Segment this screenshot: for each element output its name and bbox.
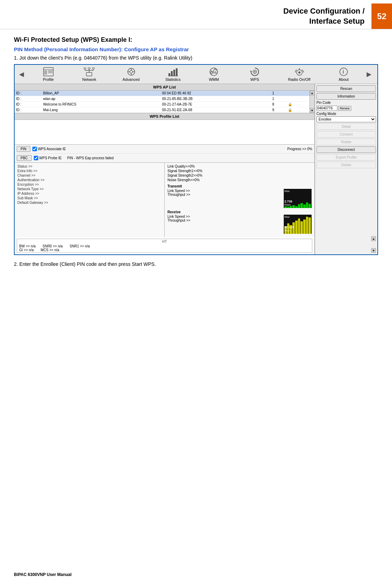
link-quality-label: Link Quality>>0% — [167, 164, 195, 168]
right-scrollbar[interactable]: ▲ ▼ — [316, 236, 376, 253]
renew-button[interactable]: Renew — [338, 106, 351, 111]
svg-text:i: i — [343, 69, 344, 75]
scroll-down-btn[interactable]: ▼ — [310, 108, 315, 113]
cell-extra: 🔒 — [287, 102, 309, 107]
tab-about-label: About — [339, 77, 349, 82]
page-header: Device Configuration / Interface Setup 5… — [0, 0, 392, 29]
right-scroll-track — [371, 241, 376, 248]
cell-mac: 00 04 ED 85 46 92 — [160, 91, 271, 96]
wps-associate-ie-checkbox[interactable]: WPS Associate IE — [32, 147, 66, 151]
cell-name: wlan-ap — [42, 96, 161, 102]
toolbar: ◀ Profile — [15, 65, 377, 84]
config-mode-row: Config Mode Enrollee Registrar — [316, 112, 376, 122]
mask-label: Sub Mask >> — [17, 196, 38, 200]
status-row-net-type: Network Type >> — [17, 187, 162, 191]
cell-auth: 9 — [271, 107, 287, 113]
page-title: Device Configuration / Interface Setup — [283, 3, 371, 29]
wps-probe-ie-checkbox[interactable]: WPS Probe IE — [34, 156, 62, 160]
extra-info-label: Extra Info >> — [17, 169, 37, 173]
tab-about[interactable]: i About — [333, 66, 354, 82]
tab-wmm[interactable]: QoS WMM — [203, 66, 224, 82]
ht-mcs: MCS >> n/a — [41, 248, 59, 252]
table-row[interactable]: ID : Welcome to RFINICS 00-21-27-6A-2B-7… — [15, 102, 309, 107]
bar — [295, 221, 298, 234]
profile-list-area — [15, 120, 314, 144]
step2-text: 2. Enter the Enrollee (Client) PIN code … — [14, 261, 378, 267]
bar — [298, 218, 300, 234]
transmit-throughput: Throughput >> — [167, 193, 282, 197]
ui-screenshot: ◀ Profile — [14, 64, 378, 255]
table-row[interactable]: ID : Billion_AP 00 04 ED 85 46 92 1 — [15, 91, 309, 96]
cell-name: Welcome to RFINICS — [42, 102, 161, 107]
table-row[interactable]: ID : wlan-ap 00-21-85-BE-3B-2B 1 — [15, 96, 309, 102]
transmit-chart-row: Link Speed >> Throughput >> Max — [167, 189, 312, 208]
rotate-button[interactable]: Rotate — [316, 139, 376, 145]
tab-advanced[interactable]: Advanced — [120, 66, 142, 82]
status-row-status: Status >> — [17, 164, 162, 169]
probe-ie-check[interactable] — [34, 156, 38, 160]
nav-forward[interactable]: ▶ — [364, 69, 374, 79]
progress-text: Progress >> 0% — [287, 147, 312, 151]
right-scroll-up[interactable]: ▲ — [371, 236, 376, 241]
connect-button[interactable]: Connect — [316, 131, 376, 138]
information-button[interactable]: Information — [316, 93, 376, 100]
tab-advanced-label: Advanced — [123, 77, 140, 82]
pin-button[interactable]: PIN — [17, 146, 30, 152]
delete-button[interactable]: Delete — [316, 162, 376, 168]
probe-ie-label: WPS Probe IE — [39, 156, 62, 160]
ht-section: HT BW >> n/a SNR0 >> n/a SNR1 >> n/a GI … — [17, 239, 312, 253]
cell-id: ID : — [15, 96, 42, 102]
tab-network-label: Network — [82, 77, 96, 82]
status-row-mask: Sub Mask >> — [17, 196, 162, 200]
pbc-button[interactable]: PBC — [17, 155, 32, 161]
cell-extra — [287, 91, 309, 96]
status-row-signal2: Signal Strength2>>0% — [167, 173, 312, 178]
profile-list-section: WPS Profile List — [15, 113, 314, 144]
encryption-label: Encryption >> — [17, 183, 39, 186]
ht-bw: BW >> n/a — [19, 244, 36, 248]
back-arrow-icon[interactable]: ◀ — [17, 69, 26, 79]
wps-icon — [249, 67, 260, 77]
scroll-up-btn[interactable]: ▲ — [310, 91, 315, 95]
eap-text: PIN - WPS Eap process failed — [67, 156, 113, 160]
bar — [295, 206, 298, 208]
forward-arrow-icon[interactable]: ▶ — [364, 69, 374, 79]
svg-rect-6 — [86, 72, 92, 76]
ap-list-title: WPS AP List — [15, 84, 314, 91]
right-scroll-down[interactable]: ▼ — [371, 248, 376, 253]
transmit-section: Transmit Link Speed >> Throughput >> Max — [167, 184, 312, 208]
detail-button[interactable]: Detail — [316, 123, 376, 130]
auth-label: Authentication >> — [17, 178, 45, 182]
svg-text:QoS: QoS — [210, 71, 217, 74]
status-row-ip: IP Address >> — [17, 191, 162, 196]
cell-id: ID : — [15, 91, 42, 96]
export-profile-button[interactable]: Export Profile — [316, 154, 376, 161]
ht-title: HT — [19, 240, 310, 244]
config-mode-select[interactable]: Enrollee Registrar — [316, 116, 376, 122]
tab-radio[interactable]: Radio On/Off — [285, 66, 313, 82]
bar — [303, 220, 306, 234]
nav-back[interactable]: ◀ — [17, 69, 26, 79]
tab-wmm-label: WMM — [209, 77, 219, 82]
cell-auth: 1 — [271, 91, 287, 96]
network-icon — [84, 67, 95, 77]
associate-ie-check[interactable] — [32, 147, 37, 151]
bar — [284, 206, 287, 208]
receive-section: Receive Link Speed >> Throughput >> Max — [167, 210, 312, 234]
tab-profile[interactable]: Profile — [38, 66, 59, 82]
rescan-button[interactable]: Rescan — [316, 85, 376, 92]
status-row-channel: Channel >> — [17, 173, 162, 178]
tab-statistics[interactable]: Statistics — [163, 66, 183, 82]
manual-footer: BiPAC 6300VNP User Manual — [14, 572, 72, 577]
tab-network[interactable]: Network — [79, 66, 100, 82]
ap-list-scrollbar[interactable]: ▲ ▼ — [309, 91, 314, 113]
status-row-noise: Noise Strength>>0% — [167, 178, 312, 182]
status-left: Status >> Extra Info >> Channel >> Authe… — [15, 163, 165, 237]
bar — [306, 202, 308, 208]
disconnect-button[interactable]: Disconnect — [316, 146, 376, 153]
table-row[interactable]: ID : Mai-Lang 00-21-91-EE-2A-68 9 🔒 — [15, 107, 309, 113]
pin-code-label: Pin Code — [316, 101, 331, 105]
pin-code-input[interactable] — [316, 106, 337, 111]
tab-wps[interactable]: WPS — [244, 66, 265, 82]
bar — [306, 217, 308, 234]
